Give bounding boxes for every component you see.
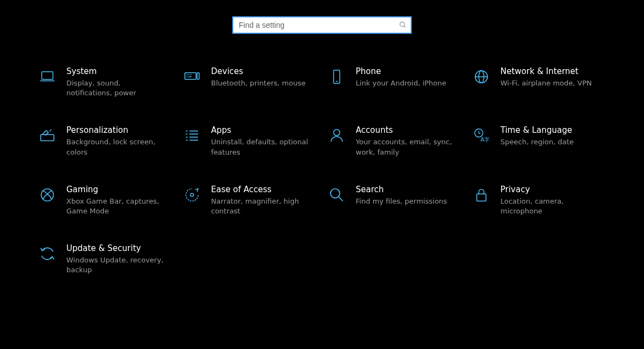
tile-network[interactable]: Network & Internet Wi-Fi, airplane mode,… xyxy=(472,66,606,98)
search-box[interactable] xyxy=(232,16,412,34)
paintbrush-icon xyxy=(38,126,57,145)
svg-point-0 xyxy=(400,22,404,26)
tile-title: Ease of Access xyxy=(211,185,309,194)
tile-title: Update & Security xyxy=(66,243,164,253)
tile-title: Personalization xyxy=(66,125,164,135)
tile-subtitle: Windows Update, recovery, backup xyxy=(66,255,164,275)
svg-line-1 xyxy=(404,26,405,27)
svg-text:A字: A字 xyxy=(480,137,490,143)
tile-title: Gaming xyxy=(66,185,164,194)
tile-devices[interactable]: Devices Bluetooth, printers, mouse xyxy=(183,66,317,98)
tile-subtitle: Link your Android, iPhone xyxy=(356,78,447,88)
keyboard-icon xyxy=(183,68,201,86)
phone-icon xyxy=(327,68,346,86)
svg-point-26 xyxy=(333,130,339,136)
tile-update-security[interactable]: Update & Security Windows Update, recove… xyxy=(38,243,172,275)
svg-rect-5 xyxy=(197,73,199,79)
svg-line-34 xyxy=(339,197,343,201)
svg-rect-2 xyxy=(42,72,53,79)
tile-title: Accounts xyxy=(356,125,454,135)
svg-point-33 xyxy=(331,189,340,198)
xbox-icon xyxy=(38,186,57,204)
svg-rect-35 xyxy=(477,194,486,201)
tile-time-language[interactable]: A字 Time & Language Speech, region, date xyxy=(472,125,606,157)
accessibility-icon xyxy=(183,186,201,204)
apps-list-icon xyxy=(183,126,201,145)
search-input[interactable] xyxy=(239,21,399,29)
tile-title: System xyxy=(66,66,164,76)
svg-point-32 xyxy=(190,193,194,197)
tile-personalization[interactable]: Personalization Background, lock screen,… xyxy=(38,125,172,157)
svg-rect-4 xyxy=(185,73,196,79)
tile-subtitle: Bluetooth, printers, mouse xyxy=(211,78,306,88)
tile-subtitle: Your accounts, email, sync, work, family xyxy=(356,137,454,157)
tile-title: Phone xyxy=(356,66,447,76)
magnifier-icon xyxy=(327,186,346,204)
tile-subtitle: Xbox Game Bar, captures, Game Mode xyxy=(66,197,164,216)
tile-gaming[interactable]: Gaming Xbox Game Bar, captures, Game Mod… xyxy=(38,185,172,216)
tile-ease-of-access[interactable]: Ease of Access Narrator, magnifier, high… xyxy=(183,185,317,216)
search-icon xyxy=(399,20,406,30)
search-container xyxy=(38,16,606,34)
settings-grid: System Display, sound, notifications, po… xyxy=(38,66,606,275)
tile-subtitle: Speech, region, date xyxy=(500,137,574,147)
svg-line-17 xyxy=(49,130,52,132)
tile-phone[interactable]: Phone Link your Android, iPhone xyxy=(327,66,461,98)
tile-title: Devices xyxy=(211,66,306,76)
globe-icon xyxy=(472,68,491,86)
tile-subtitle: Find my files, permissions xyxy=(356,197,447,206)
tile-title: Network & Internet xyxy=(500,66,592,76)
laptop-icon xyxy=(38,68,57,86)
tile-subtitle: Background, lock screen, colors xyxy=(66,137,164,157)
lock-icon xyxy=(472,186,491,204)
svg-line-29 xyxy=(479,133,480,134)
tile-apps[interactable]: Apps Uninstall, defaults, optional featu… xyxy=(183,125,317,157)
tile-title: Apps xyxy=(211,125,309,135)
tile-subtitle: Uninstall, defaults, optional features xyxy=(211,137,309,157)
tile-title: Privacy xyxy=(500,185,598,194)
tile-subtitle: Display, sound, notifications, power xyxy=(66,78,164,98)
svg-rect-16 xyxy=(41,135,54,141)
tile-accounts[interactable]: Accounts Your accounts, email, sync, wor… xyxy=(327,125,461,157)
person-icon xyxy=(327,126,346,145)
tile-privacy[interactable]: Privacy Location, camera, microphone xyxy=(472,185,606,216)
tile-search[interactable]: Search Find my files, permissions xyxy=(327,185,461,216)
sync-icon xyxy=(38,244,57,263)
tile-subtitle: Location, camera, microphone xyxy=(500,197,598,216)
time-language-icon: A字 xyxy=(472,126,491,145)
tile-subtitle: Narrator, magnifier, high contrast xyxy=(211,197,309,216)
tile-subtitle: Wi-Fi, airplane mode, VPN xyxy=(500,78,592,88)
tile-title: Search xyxy=(356,185,447,194)
tile-system[interactable]: System Display, sound, notifications, po… xyxy=(38,66,172,98)
tile-title: Time & Language xyxy=(500,125,574,135)
